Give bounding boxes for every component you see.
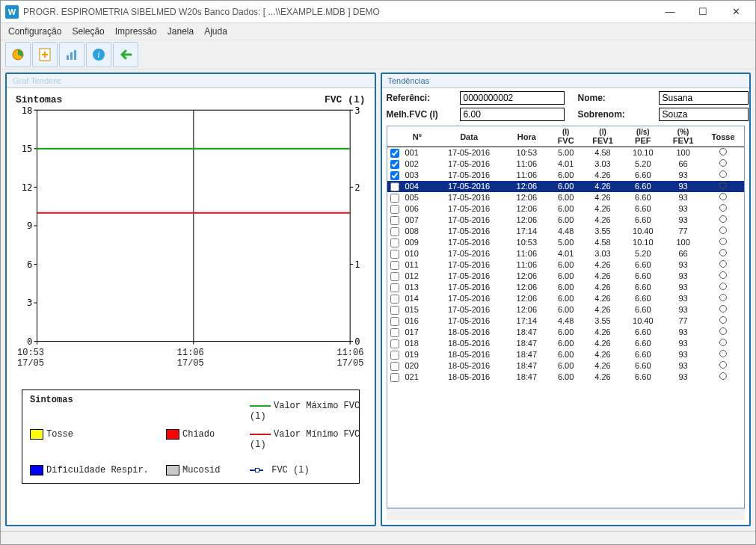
table-row[interactable]: 01918-05-201618:476.004.266.6093 xyxy=(387,349,745,360)
toolbar-btn-3[interactable] xyxy=(59,42,84,67)
table-row[interactable]: 00417-05-201612:066.004.266.6093 xyxy=(387,181,745,192)
row-checkbox[interactable] xyxy=(390,216,399,225)
row-tosse-radio[interactable] xyxy=(719,361,727,369)
row-tosse-radio[interactable] xyxy=(719,227,727,234)
toolbar-btn-4[interactable]: i xyxy=(86,42,111,67)
table-row[interactable]: 00717-05-201612:066.004.266.6093 xyxy=(387,215,745,226)
back-arrow-icon xyxy=(117,46,134,63)
row-checkbox[interactable] xyxy=(390,160,399,169)
table-row[interactable]: 00217-05-201611:064.013.035.2066 xyxy=(387,158,745,170)
svg-text:1: 1 xyxy=(354,258,360,269)
row-checkbox[interactable] xyxy=(390,339,399,348)
row-tosse-radio[interactable] xyxy=(719,316,727,324)
row-tosse-radio[interactable] xyxy=(719,238,727,245)
row-checkbox[interactable] xyxy=(390,250,399,259)
table-row[interactable]: 02018-05-201618:476.004.266.6093 xyxy=(387,360,745,372)
minimize-button[interactable]: — xyxy=(654,1,686,22)
row-tosse-radio[interactable] xyxy=(719,339,727,346)
input-ref[interactable] xyxy=(460,91,565,105)
row-checkbox[interactable] xyxy=(390,283,399,292)
table-row[interactable]: 02118-05-201618:476.004.266.6093 xyxy=(387,372,745,383)
row-tosse-radio[interactable] xyxy=(719,260,727,268)
input-melh[interactable] xyxy=(460,108,565,121)
svg-text:6: 6 xyxy=(27,258,32,269)
row-checkbox[interactable] xyxy=(390,227,399,236)
row-tosse-radio[interactable] xyxy=(719,283,727,290)
row-checkbox[interactable] xyxy=(390,328,399,337)
table-row[interactable]: 00517-05-201612:066.004.266.6093 xyxy=(387,192,745,203)
trends-table[interactable]: Nº Data Hora (l)FVC (l)FEV1 (l/s)PEF (%)… xyxy=(387,126,745,383)
col-tosse[interactable]: Tosse xyxy=(702,126,744,147)
table-row[interactable]: 00117-05-201610:535.004.5810.10100 xyxy=(387,147,745,158)
row-checkbox[interactable] xyxy=(390,351,399,360)
row-tosse-radio[interactable] xyxy=(719,249,727,256)
col-hora[interactable]: Hora xyxy=(505,126,548,147)
col-pef[interactable]: (l/s)PEF xyxy=(621,126,664,147)
row-checkbox[interactable] xyxy=(390,149,399,158)
row-checkbox[interactable] xyxy=(390,306,399,315)
svg-text:2: 2 xyxy=(354,181,360,192)
row-tosse-radio[interactable] xyxy=(719,170,727,178)
menu-janela[interactable]: Janela xyxy=(168,26,194,37)
toolbar-btn-1[interactable] xyxy=(5,42,31,67)
menu-impressao[interactable]: Impressão xyxy=(115,26,157,37)
table-horizontal-scrollbar[interactable] xyxy=(387,508,746,520)
maximize-button[interactable]: ☐ xyxy=(686,1,719,22)
svg-rect-2 xyxy=(67,55,69,60)
table-row[interactable]: 01317-05-201612:066.004.266.6093 xyxy=(387,282,745,293)
trends-table-container[interactable]: Nº Data Hora (l)FVC (l)FEV1 (l/s)PEF (%)… xyxy=(387,126,746,508)
row-tosse-radio[interactable] xyxy=(719,305,727,312)
table-row[interactable]: 01718-05-201618:476.004.266.6093 xyxy=(387,327,745,338)
row-checkbox[interactable] xyxy=(390,373,399,382)
row-checkbox[interactable] xyxy=(390,194,399,203)
row-tosse-radio[interactable] xyxy=(719,372,727,380)
table-row[interactable]: 00617-05-201612:066.004.266.6093 xyxy=(387,203,745,215)
row-tosse-radio[interactable] xyxy=(719,182,727,189)
legend-swatch-chiado xyxy=(166,429,179,440)
row-tosse-radio[interactable] xyxy=(719,350,727,357)
col-n[interactable]: Nº xyxy=(402,126,433,147)
table-row[interactable]: 01117-05-201611:066.004.266.6093 xyxy=(387,259,745,271)
table-row[interactable]: 01217-05-201612:066.004.266.6093 xyxy=(387,271,745,282)
row-tosse-radio[interactable] xyxy=(719,327,727,335)
table-row[interactable]: 01617-05-201617:144.483.5510.4077 xyxy=(387,315,745,327)
menu-config[interactable]: Configuração xyxy=(8,26,61,37)
table-row[interactable]: 01417-05-201612:066.004.266.6093 xyxy=(387,293,745,304)
table-row[interactable]: 01818-05-201618:476.004.266.6093 xyxy=(387,338,745,349)
row-checkbox[interactable] xyxy=(390,261,399,270)
table-row[interactable]: 01517-05-201612:066.004.266.6093 xyxy=(387,304,745,315)
table-row[interactable]: 00917-05-201610:535.004.5810.10100 xyxy=(387,237,745,248)
table-row[interactable]: 00317-05-201611:066.004.266.6093 xyxy=(387,170,745,181)
row-tosse-radio[interactable] xyxy=(719,215,727,223)
toolbar-btn-2[interactable] xyxy=(32,42,58,67)
row-tosse-radio[interactable] xyxy=(719,271,727,279)
label-sobre: Sobrenom: xyxy=(578,109,645,120)
row-checkbox[interactable] xyxy=(390,205,399,214)
menu-selecao[interactable]: Seleção xyxy=(72,26,104,37)
col-data[interactable]: Data xyxy=(432,126,505,147)
row-checkbox[interactable] xyxy=(390,295,399,304)
col-fev1p[interactable]: (%)FEV1 xyxy=(664,126,702,147)
menu-ajuda[interactable]: Ajuda xyxy=(204,26,227,37)
table-row[interactable]: 00817-05-201617:144.483.5510.4077 xyxy=(387,226,745,237)
col-fvc[interactable]: (l)FVC xyxy=(548,126,584,147)
row-checkbox[interactable] xyxy=(390,362,399,371)
input-nome[interactable] xyxy=(659,91,749,105)
close-button[interactable]: ✕ xyxy=(719,1,752,22)
chart-x-axis: 10:5317/0511:0617/0511:0617/05 xyxy=(16,348,366,369)
row-tosse-radio[interactable] xyxy=(719,294,727,301)
trend-graph-panel: Graf Tendenc Sintomas FVC (l) 0369121518… xyxy=(5,73,376,526)
row-checkbox[interactable] xyxy=(390,171,399,180)
row-tosse-radio[interactable] xyxy=(719,193,727,200)
col-fev1[interactable]: (l)FEV1 xyxy=(584,126,622,147)
row-checkbox[interactable] xyxy=(390,238,399,247)
row-tosse-radio[interactable] xyxy=(719,159,727,167)
row-checkbox[interactable] xyxy=(390,182,399,191)
table-row[interactable]: 01017-05-201611:064.013.035.2066 xyxy=(387,248,745,259)
row-tosse-radio[interactable] xyxy=(719,148,727,156)
input-sobre[interactable] xyxy=(659,108,749,121)
row-checkbox[interactable] xyxy=(390,272,399,281)
toolbar-btn-5[interactable] xyxy=(113,42,138,67)
row-tosse-radio[interactable] xyxy=(719,204,727,212)
row-checkbox[interactable] xyxy=(390,317,399,326)
